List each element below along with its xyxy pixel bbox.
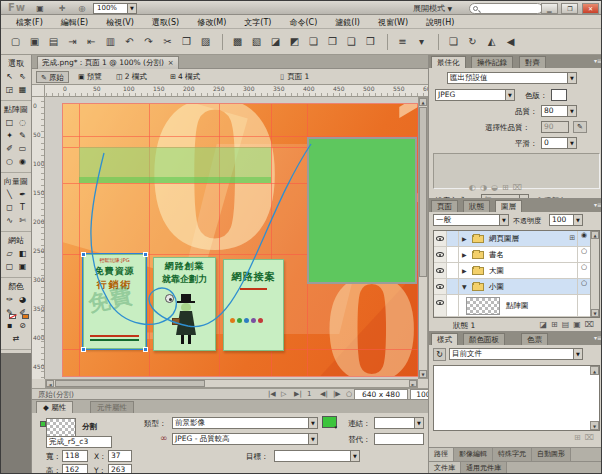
send-backward-icon[interactable]: ❑ <box>343 34 360 50</box>
hide-hotspots-button[interactable]: ▢ <box>3 261 16 273</box>
refresh-icon[interactable]: ↻ <box>433 348 446 361</box>
cut-icon[interactable]: ✂ <box>159 34 176 50</box>
tab-properties[interactable]: ◆ 屬性 <box>36 401 73 413</box>
minimize-button[interactable]: ▁ <box>541 3 558 14</box>
vertical-ruler[interactable]: 050100150200250300350400450 <box>32 97 45 379</box>
layer-radio[interactable]: ○ <box>577 263 590 278</box>
knife-tool[interactable]: ✄ <box>16 215 29 227</box>
flip-vertical-icon[interactable]: ◀ <box>502 34 519 50</box>
layer-radio[interactable] <box>577 295 590 316</box>
dock-tab[interactable]: 通用元件庫 <box>461 462 507 474</box>
slice-tool[interactable]: ◧ <box>16 248 29 260</box>
tab-history[interactable]: 操作記錄 <box>471 56 513 68</box>
swap-colors-button[interactable]: ⇄ <box>10 333 23 345</box>
add-color-icon[interactable]: ⊞ <box>502 183 509 192</box>
freeform-tool[interactable]: ∿ <box>3 215 16 227</box>
flip-horizontal-icon[interactable]: ◭ <box>483 34 500 50</box>
menu-file[interactable]: 檔案(F) <box>7 16 52 29</box>
delete-layer-icon[interactable]: ⌧ <box>585 320 594 329</box>
delete-color-icon[interactable]: ⌧ <box>513 183 522 192</box>
selection-handle[interactable] <box>143 347 148 352</box>
scroll-thumb[interactable] <box>419 107 427 277</box>
subselection-tool[interactable]: ⇖ <box>16 71 29 83</box>
zoom-level-select[interactable]: 100%▼ <box>93 3 137 14</box>
visibility-toggle[interactable] <box>434 263 447 278</box>
menu-window[interactable]: 視窗(W) <box>369 16 417 29</box>
tab-swatches[interactable]: 色票 <box>521 333 548 345</box>
marquee-tool[interactable]: □ <box>3 117 16 129</box>
target-select[interactable]: ▼ <box>274 450 360 462</box>
copy-icon[interactable]: ❐ <box>178 34 195 50</box>
dock-tab[interactable]: 路徑 <box>429 448 454 461</box>
expand-arrow-icon[interactable]: ▶ <box>462 267 467 274</box>
visibility-toggle[interactable] <box>434 279 447 294</box>
print-icon[interactable]: ▥ <box>102 34 119 50</box>
export-settings-select[interactable]: JPEG - 品質較高▼ <box>172 433 318 445</box>
menu-view[interactable]: 檢視(V) <box>97 16 143 29</box>
new-bitmap-icon[interactable]: ▣ <box>573 320 581 329</box>
no-color-button[interactable]: ⊘ <box>16 320 29 332</box>
scroll-down-icon[interactable]: ▼ <box>419 370 427 378</box>
layer-row[interactable]: ▶大圖○ <box>434 263 599 279</box>
align-icon[interactable]: ≡ <box>394 34 411 50</box>
search-input[interactable] <box>469 3 543 14</box>
opacity-input[interactable]: 100▼ <box>549 214 583 226</box>
new-sublayer-icon[interactable]: ⊞ <box>551 320 558 329</box>
import-icon[interactable]: ⇥ <box>64 34 81 50</box>
slice-type-select[interactable]: 前景影像▼ <box>172 417 318 429</box>
export-preset-select[interactable]: 匯出預設值▼ <box>447 72 577 84</box>
blur-tool[interactable]: ○ <box>3 156 16 168</box>
new-mask-icon[interactable]: ◪ <box>539 320 547 329</box>
scroll-thumb[interactable] <box>55 380 205 387</box>
brush-tool[interactable]: ✎ <box>16 130 29 142</box>
default-colors-button[interactable]: ▪ <box>3 320 16 332</box>
play-button[interactable]: ▷ <box>281 390 286 398</box>
x-input[interactable]: 37 <box>108 450 132 462</box>
group-icon[interactable]: ◪ <box>267 34 284 50</box>
tab-states[interactable]: 狀態 <box>463 200 490 212</box>
scroll-up-icon[interactable]: ▲ <box>590 366 599 375</box>
visibility-toggle[interactable] <box>434 295 447 316</box>
slice-name-input[interactable]: 完成_r5_c3 <box>46 436 112 448</box>
view-2up[interactable]: ◫2 欄式 <box>112 71 151 83</box>
lock-color-icon[interactable]: ◒ <box>491 183 498 192</box>
text-tool[interactable]: T <box>16 202 29 214</box>
new-layer-icon[interactable]: ▤ <box>562 320 570 329</box>
menu-select[interactable]: 選取(S) <box>143 16 188 29</box>
slice-color-swatch[interactable] <box>322 416 337 428</box>
horizontal-scrollbar[interactable]: ◄ ► <box>45 379 418 388</box>
snap-color-icon[interactable]: ◑ <box>480 183 487 192</box>
pointer-tool[interactable]: ↖ <box>3 71 16 83</box>
tab-layers[interactable]: 圖層 <box>495 200 522 212</box>
quality-input[interactable]: 80▼ <box>541 105 577 117</box>
vector-path[interactable] <box>63 104 418 376</box>
bring-forward-icon[interactable]: ❐ <box>324 34 341 50</box>
selection-handle[interactable] <box>81 347 86 352</box>
selection-handle[interactable] <box>81 252 86 257</box>
tab-symbol-properties[interactable]: 元件屬性 <box>90 401 134 413</box>
scroll-down-icon[interactable]: ▼ <box>590 421 599 430</box>
magic-wand-tool[interactable]: ✦ <box>3 130 16 142</box>
view-preview[interactable]: ▣預覽 <box>74 71 106 83</box>
style-source-select[interactable]: 目前文件▼ <box>449 348 583 360</box>
document-tab[interactable]: 完成.png* : 頁面 1 @ 100% (分割)× <box>37 56 179 69</box>
menu-modify[interactable]: 修改(M) <box>188 16 235 29</box>
dock-tab[interactable]: 自動圖形 <box>532 448 571 461</box>
menu-filters[interactable]: 濾鏡(I) <box>326 16 369 29</box>
send-to-back-icon[interactable]: ❒ <box>362 34 379 50</box>
pencil-tool[interactable]: ✐ <box>3 143 16 155</box>
next-state-button[interactable]: |▶ <box>333 390 341 398</box>
panel-menu-icon[interactable]: ▾≡ <box>594 334 602 341</box>
magnifier-icon[interactable]: ◎ <box>75 3 89 14</box>
extension-icon[interactable]: ▣ <box>33 3 47 14</box>
view-original[interactable]: ✎原始 <box>36 71 69 83</box>
expand-arrow-icon[interactable]: ▶ <box>462 235 467 242</box>
close-tab-icon[interactable]: × <box>168 59 174 67</box>
new-style-icon[interactable]: ⊞ <box>574 433 581 442</box>
scroll-up-icon[interactable]: ▲ <box>591 231 599 239</box>
paint-bucket-tool[interactable]: ◕ <box>16 294 29 306</box>
menu-help[interactable]: 說明(H) <box>417 16 463 29</box>
show-slices-button[interactable]: ▣ <box>16 261 29 273</box>
vertical-scrollbar[interactable]: ▲ ▼ <box>418 97 428 379</box>
scroll-left-icon[interactable]: ◄ <box>46 380 54 387</box>
